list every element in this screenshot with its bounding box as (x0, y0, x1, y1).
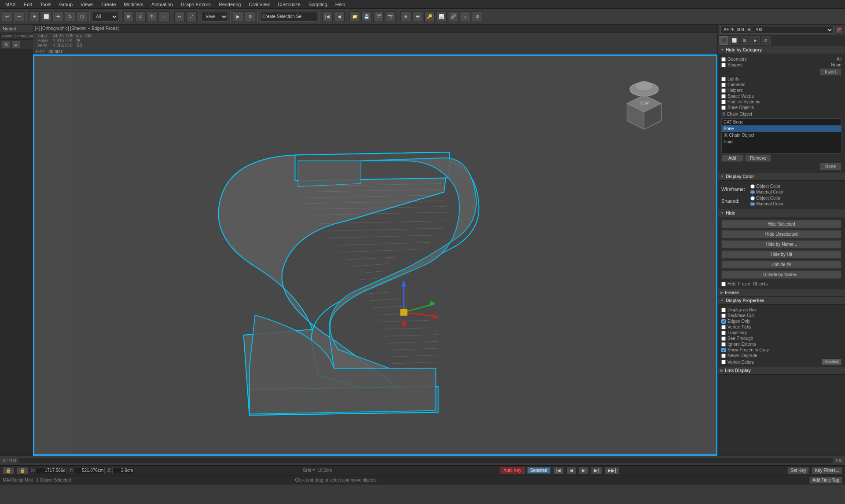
hide-by-name-button[interactable]: Hide by Name... (721, 240, 841, 248)
shaded-material-color-label[interactable]: Material Color (750, 201, 783, 206)
spinner-snap-button[interactable]: ↕ (159, 11, 169, 22)
align-button[interactable]: ⇌ (186, 11, 197, 22)
set-key-btn[interactable]: Set Key (787, 467, 809, 474)
hide-by-category-header[interactable]: ▼ Hide by Category (718, 46, 845, 54)
prev-frame-button[interactable]: ◀ (566, 467, 576, 474)
play-button[interactable]: ▶ (579, 467, 588, 474)
hide-by-hit-button[interactable]: Hide by Hit (721, 250, 841, 259)
wireframe-object-color-radio[interactable] (750, 184, 755, 189)
unlock-button[interactable]: 🔓 (17, 467, 28, 474)
camera-button[interactable]: 📷 (385, 11, 396, 22)
particle-systems-checkbox[interactable] (721, 100, 726, 104)
lock-button[interactable]: 🔒 (3, 467, 14, 474)
trajectory-checkbox[interactable] (721, 331, 726, 335)
motion-tab[interactable]: ▶ (750, 36, 760, 45)
shaded-object-color-label[interactable]: Object Color (750, 196, 783, 201)
menu-rendering[interactable]: Rendering (215, 1, 245, 8)
viewport-canvas[interactable]: TOP (33, 55, 717, 456)
list-item-bone[interactable]: Bone (722, 125, 841, 132)
menu-create[interactable]: Create (98, 1, 119, 8)
view-dropdown[interactable]: View (202, 12, 228, 22)
add-button[interactable]: Add (721, 154, 743, 162)
edges-only-checkbox[interactable] (721, 319, 726, 324)
menu-max[interactable]: MAX (2, 1, 19, 8)
backface-cull-checkbox[interactable] (721, 314, 726, 318)
freeze-section-header[interactable]: ▶ Freeze (718, 289, 845, 297)
vertex-ticks-checkbox[interactable] (721, 325, 726, 329)
utility-tab[interactable]: ⚙ (761, 36, 771, 45)
scene-explorer-button[interactable]: ◀ (334, 11, 345, 22)
pin-button[interactable]: 📌 (835, 26, 842, 33)
display-properties-header[interactable]: ▼ Display Properties (718, 297, 845, 305)
rotate-button[interactable]: ↻ (65, 11, 75, 22)
helpers-checkbox[interactable] (721, 88, 726, 93)
left-icon-2[interactable]: ☰ (11, 40, 20, 48)
auto-key-button[interactable]: Auto Key (500, 467, 525, 474)
menu-graph-editors[interactable]: Graph Editors (177, 1, 214, 8)
menu-edit[interactable]: Edit (20, 1, 36, 8)
y-coord-input[interactable] (74, 467, 105, 474)
none-button[interactable]: None (819, 163, 841, 170)
percent-snap-button[interactable]: % (147, 11, 158, 22)
toggle-scene-button[interactable]: |◀ (322, 11, 333, 22)
wireframe-material-color-label[interactable]: Material Color (750, 190, 783, 194)
angle-snap-button[interactable]: ∠ (135, 11, 146, 22)
menu-scripting[interactable]: Scripting (305, 1, 331, 8)
unhide-by-name-button[interactable]: Unhide by Name... (721, 270, 841, 279)
ignore-extents-checkbox[interactable] (721, 342, 726, 347)
left-icon-1[interactable]: ⊞ (2, 40, 11, 48)
list-item-ik-chain[interactable]: IK Chain Object (722, 132, 841, 139)
menu-help[interactable]: Help (332, 1, 349, 8)
link-display-header[interactable]: ▶ Link Display (718, 367, 845, 375)
render-setup-button[interactable]: ⚙ (245, 11, 255, 22)
go-to-start-button[interactable]: |◀ (553, 467, 564, 474)
menu-civil-view[interactable]: Civil View (245, 1, 273, 8)
schematic-view-button[interactable]: 🔗 (448, 11, 459, 22)
x-coord-input[interactable] (36, 467, 66, 474)
snap-toggle-button[interactable]: ⊞ (123, 11, 134, 22)
scale-button[interactable]: ⬡ (77, 11, 87, 22)
menu-group[interactable]: Group (56, 1, 77, 8)
render-frame-button[interactable]: 🎬 (373, 11, 384, 22)
menu-tools[interactable]: Tools (37, 1, 55, 8)
hide-selected-button[interactable]: Hide Selected (721, 220, 841, 228)
never-degrade-checkbox[interactable] (721, 354, 726, 358)
remove-button[interactable]: Remove (745, 154, 771, 162)
hide-unselected-button[interactable]: Hide Unselected (721, 230, 841, 238)
wireframe-material-color-radio[interactable] (750, 190, 755, 194)
list-item-cat-bone[interactable]: CAT Bone (722, 119, 841, 125)
display-as-box-checkbox[interactable] (721, 308, 726, 312)
add-time-tag-btn[interactable]: Add Time Tag (809, 477, 842, 484)
z-coord-input[interactable] (112, 467, 134, 474)
hierarchy-tab[interactable]: ⊞ (740, 36, 749, 45)
all-button[interactable]: All (837, 57, 841, 62)
shapes-checkbox[interactable] (721, 63, 726, 67)
create-selection-input[interactable] (260, 12, 317, 22)
shaded-button[interactable]: Shaded (822, 359, 841, 365)
timeline-track[interactable] (18, 458, 834, 464)
display-color-header[interactable]: ▼ Display Color (718, 173, 845, 181)
wireframe-object-color-label[interactable]: Object Color (750, 184, 783, 189)
undo-button[interactable]: ↩ (2, 11, 12, 22)
vertex-colors-checkbox[interactable] (721, 360, 726, 364)
select-region-button[interactable]: ⬜ (41, 11, 51, 22)
object-name-dropdown[interactable]: AE26_009_obj_700 (720, 26, 834, 34)
render-tab[interactable]: ⬜ (729, 36, 739, 45)
render-button[interactable]: ▶ (233, 11, 243, 22)
menu-customize[interactable]: Customize (274, 1, 304, 8)
object-type-list[interactable]: CAT Bone Bone IK Chain Object Point (721, 118, 841, 153)
set-key-button[interactable]: 🔑 (424, 11, 435, 22)
menu-animation[interactable]: Animation (148, 1, 176, 8)
mirror-button[interactable]: ⇔ (174, 11, 185, 22)
move-button[interactable]: ✛ (53, 11, 63, 22)
object-list[interactable] (0, 49, 33, 456)
list-item-point[interactable]: Point (722, 139, 841, 145)
show-frozen-gray-checkbox[interactable] (721, 348, 726, 352)
track-view-button[interactable]: 📊 (436, 11, 447, 22)
shaded-material-color-radio[interactable] (750, 202, 755, 206)
cameras-checkbox[interactable] (721, 83, 726, 87)
next-frame-button[interactable]: ▶| (591, 467, 602, 474)
lights-checkbox[interactable] (721, 77, 726, 81)
layer-manager-button[interactable]: ≡ (400, 11, 411, 22)
unhide-all-button[interactable]: Unhide All (721, 260, 841, 269)
